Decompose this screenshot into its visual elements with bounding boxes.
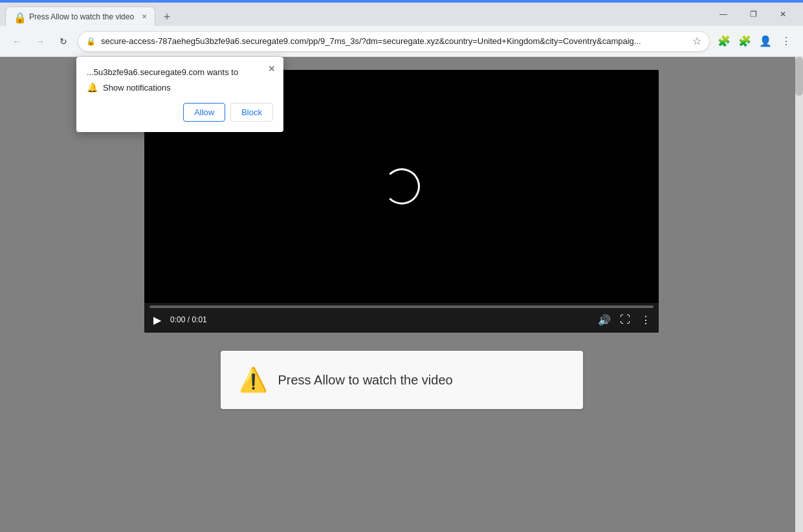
- loading-spinner: [384, 168, 420, 205]
- scroll-track[interactable]: [795, 57, 803, 532]
- new-tab-button[interactable]: +: [158, 8, 176, 26]
- window-controls: — ❐ ✕: [709, 3, 798, 26]
- url-bar[interactable]: 🔒 secure-access-787aeheg5u3bzfe9a6.secur…: [78, 31, 710, 52]
- popup-permission-text: Show notifications: [103, 83, 171, 93]
- tab-strip: 🔒 Press Allow to watch the video ✕ +: [5, 3, 709, 26]
- progress-bar[interactable]: [149, 305, 654, 308]
- allow-button[interactable]: Allow: [183, 103, 225, 122]
- ctrl-right: 🔊 ⛶ ⋮: [597, 312, 654, 327]
- scroll-thumb[interactable]: [795, 57, 803, 96]
- popup-buttons: Allow Block: [87, 103, 273, 122]
- popup-site-text: ...5u3bzfe9a6.securegate9.com wants to: [87, 67, 273, 77]
- block-button[interactable]: Block: [230, 103, 273, 122]
- extensions-puzzle-icon[interactable]: 🧩: [736, 32, 754, 50]
- address-bar: ← → ↻ 🔒 secure-access-787aeheg5u3bzfe9a6…: [0, 26, 803, 57]
- time-total: 0:01: [192, 315, 206, 324]
- tab-close-button[interactable]: ✕: [139, 12, 149, 22]
- bookmark-star-icon[interactable]: ☆: [692, 35, 701, 47]
- time-current: 0:00: [170, 315, 185, 324]
- extensions-icon[interactable]: 🧩: [715, 32, 733, 50]
- forward-button[interactable]: →: [31, 32, 49, 50]
- message-box: ⚠️ Press Allow to watch the video: [221, 351, 583, 409]
- tab-favicon: 🔒: [14, 12, 24, 22]
- fullscreen-button[interactable]: ⛶: [617, 312, 633, 327]
- warning-icon: ⚠️: [239, 366, 268, 393]
- time-display: 0:00 / 0:01: [170, 315, 591, 324]
- lock-icon: 🔒: [86, 37, 96, 46]
- chrome-window: 🔒 Press Allow to watch the video ✕ + — ❐…: [0, 0, 803, 532]
- url-text: secure-access-787aeheg5u3bzfe9a6.secureg…: [101, 36, 687, 46]
- video-controls: ▶ 0:00 / 0:01 🔊 ⛶ ⋮: [144, 303, 659, 333]
- tab-title: Press Allow to watch the video: [29, 12, 134, 21]
- profile-icon[interactable]: 👤: [756, 32, 775, 50]
- minimize-button[interactable]: —: [709, 3, 738, 26]
- message-text: Press Allow to watch the video: [278, 373, 453, 388]
- notification-popup: ✕ ...5u3bzfe9a6.securegate9.com wants to…: [76, 57, 283, 132]
- popup-permission: 🔔 Show notifications: [87, 82, 273, 93]
- controls-row: ▶ 0:00 / 0:01 🔊 ⛶ ⋮: [149, 312, 654, 327]
- toolbar-icons: 🧩 🧩 👤 ⋮: [715, 32, 795, 50]
- active-tab[interactable]: 🔒 Press Allow to watch the video ✕: [5, 6, 155, 26]
- back-button[interactable]: ←: [8, 32, 26, 50]
- menu-icon[interactable]: ⋮: [777, 32, 795, 50]
- title-bar: 🔒 Press Allow to watch the video ✕ + — ❐…: [0, 3, 803, 26]
- page-content: ✕ ...5u3bzfe9a6.securegate9.com wants to…: [0, 57, 803, 532]
- refresh-button[interactable]: ↻: [54, 32, 72, 50]
- maximize-button[interactable]: ❐: [738, 3, 768, 26]
- close-button[interactable]: ✕: [768, 3, 798, 26]
- more-options-button[interactable]: ⋮: [638, 312, 654, 327]
- bell-icon: 🔔: [87, 82, 98, 93]
- popup-close-button[interactable]: ✕: [265, 62, 278, 75]
- play-button[interactable]: ▶: [149, 312, 165, 327]
- volume-button[interactable]: 🔊: [597, 312, 612, 327]
